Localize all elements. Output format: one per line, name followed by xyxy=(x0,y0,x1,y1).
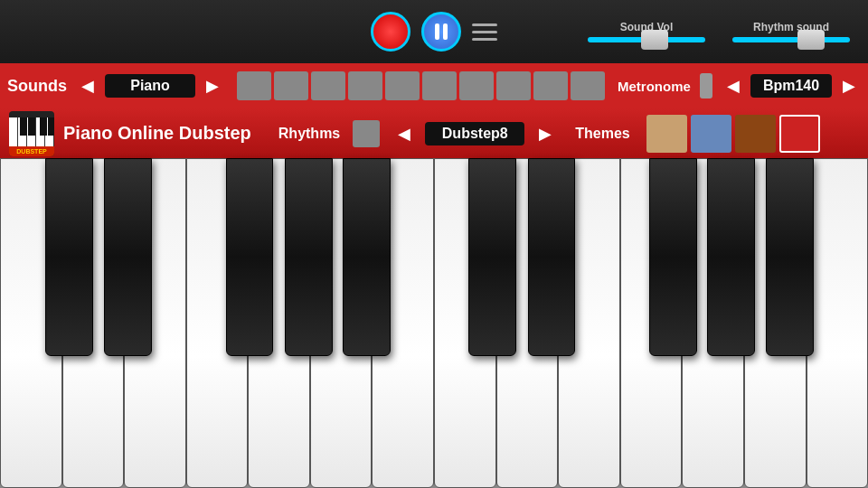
black-key-gs2[interactable] xyxy=(707,158,755,356)
controls-center xyxy=(371,12,497,52)
pause-bar-right xyxy=(443,23,448,40)
sounds-bar: Sounds ◀ Piano ▶ Metronome ◀ Bpm140 ▶ xyxy=(0,63,868,108)
white-key-14[interactable] xyxy=(807,158,868,488)
rhythms-left-arrow[interactable]: ◀ xyxy=(392,122,416,145)
sliders-area: Sound Vol Rhythm sound xyxy=(588,21,850,42)
record-button[interactable] xyxy=(371,12,410,52)
themes-label: Themes xyxy=(575,126,629,142)
sound-pad-10[interactable] xyxy=(571,71,605,100)
mini-black-2 xyxy=(28,117,35,136)
mini-black-1 xyxy=(20,117,27,136)
info-bar: DUBSTEP Piano Online Dubstep Rhythms ◀ D… xyxy=(0,108,868,158)
theme-swatch-tan[interactable] xyxy=(646,115,687,153)
mini-black-4 xyxy=(48,117,54,136)
bpm-left-arrow[interactable]: ◀ xyxy=(722,74,745,98)
sound-pad-5[interactable] xyxy=(385,71,420,100)
theme-swatch-brown[interactable] xyxy=(735,115,776,153)
sounds-right-arrow[interactable]: ▶ xyxy=(201,74,224,98)
black-key-as1[interactable] xyxy=(343,158,391,356)
black-key-fs1[interactable] xyxy=(226,158,274,356)
black-key-ds2[interactable] xyxy=(528,158,576,356)
sounds-selector[interactable]: Piano xyxy=(105,74,195,98)
metronome-label: Metronome xyxy=(618,79,691,94)
top-bar: Sound Vol Rhythm sound xyxy=(0,0,868,63)
bpm-right-arrow[interactable]: ▶ xyxy=(837,74,861,98)
sounds-label: Sounds xyxy=(7,77,67,96)
black-key-fs2[interactable] xyxy=(649,158,697,356)
sound-pad-7[interactable] xyxy=(459,71,494,100)
rhythm-selector[interactable]: Dubstep8 xyxy=(425,122,524,145)
piano-keys-mini xyxy=(9,117,54,146)
white-keys-container xyxy=(0,158,868,488)
sound-pad-2[interactable] xyxy=(274,71,308,100)
menu-line-1 xyxy=(472,23,497,26)
sound-pad-9[interactable] xyxy=(533,71,568,100)
black-key-cs2[interactable] xyxy=(468,158,516,356)
black-key-cs1[interactable] xyxy=(45,158,93,356)
mini-white-1 xyxy=(9,117,18,146)
sound-pad-1[interactable] xyxy=(237,71,271,100)
app-icon: DUBSTEP xyxy=(9,111,54,156)
sound-pad-4[interactable] xyxy=(348,71,382,100)
sound-pad-8[interactable] xyxy=(496,71,531,100)
pause-bar-left xyxy=(435,23,439,40)
sound-pad-6[interactable] xyxy=(422,71,457,100)
rhythm-sound-group: Rhythm sound xyxy=(732,21,850,42)
theme-swatches xyxy=(646,115,820,153)
sound-vol-thumb[interactable] xyxy=(641,30,668,50)
sound-vol-track[interactable] xyxy=(588,37,705,42)
bpm-selector[interactable]: Bpm140 xyxy=(750,74,832,98)
app-title: Piano Online Dubstep xyxy=(63,123,251,144)
black-key-ds1[interactable] xyxy=(104,158,152,356)
black-key-gs1[interactable] xyxy=(285,158,333,356)
sound-pad-3[interactable] xyxy=(311,71,345,100)
mini-black-3 xyxy=(40,117,47,136)
metronome-box[interactable] xyxy=(700,73,712,99)
sounds-left-arrow[interactable]: ◀ xyxy=(76,74,99,98)
menu-line-2 xyxy=(472,31,497,33)
rhythm-sound-track[interactable] xyxy=(732,37,850,42)
sound-vol-group: Sound Vol xyxy=(588,21,705,42)
rhythms-label: Rhythms xyxy=(278,126,340,142)
rhythms-right-arrow[interactable]: ▶ xyxy=(533,122,557,145)
sound-pads xyxy=(237,71,605,100)
menu-button[interactable] xyxy=(472,23,497,41)
rhythm-sound-thumb[interactable] xyxy=(797,30,825,50)
piano-area xyxy=(0,158,868,488)
theme-swatch-red[interactable] xyxy=(779,115,820,153)
dubstep-label: DUBSTEP xyxy=(9,146,54,156)
theme-swatch-blue[interactable] xyxy=(691,115,731,153)
black-key-as2[interactable] xyxy=(766,158,814,356)
pause-button[interactable] xyxy=(421,12,461,52)
menu-line-3 xyxy=(472,38,497,41)
rhythm-box[interactable] xyxy=(353,120,380,147)
